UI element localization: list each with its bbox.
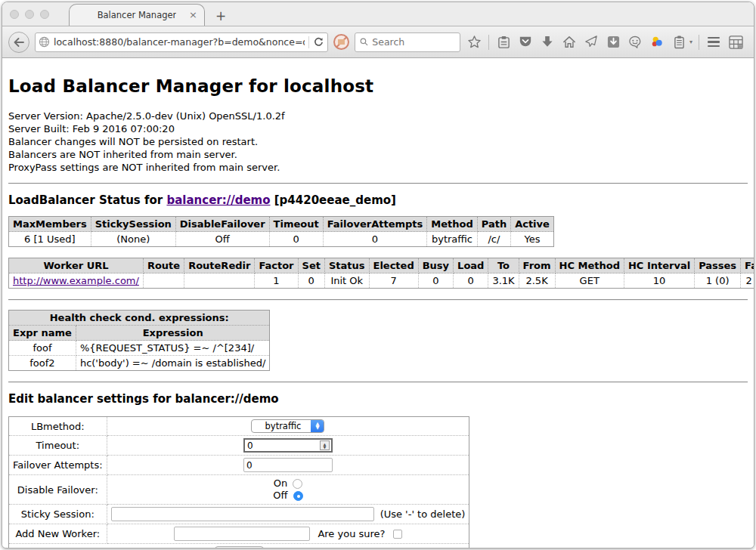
menu-button[interactable] xyxy=(705,34,722,51)
loadbalancer-status-heading: LoadBalancer Status for balancer://demo … xyxy=(8,193,748,207)
sticky-session-label: Sticky Session: xyxy=(9,505,107,524)
search-bar[interactable] xyxy=(355,32,460,52)
browser-window: Balancer Manager × + xyxy=(2,2,754,548)
table-row: 6 [1 Used] (None) Off 0 0 bytraffic /c/ … xyxy=(9,232,554,247)
table-header-row: Expr name Expression xyxy=(9,326,270,341)
sticky-session-input[interactable] xyxy=(111,507,374,521)
home-button[interactable] xyxy=(561,34,578,51)
tab-title: Balancer Manager xyxy=(98,10,177,20)
proxypass-note-line: ProxyPass settings are NOT inherited fro… xyxy=(8,161,748,174)
failover-attempts-label: Failover Attempts: xyxy=(9,456,107,475)
table-header-row: MaxMembers StickySession DisableFailover… xyxy=(9,217,554,232)
col-method: Method xyxy=(427,217,477,232)
col-failoverattempts: FailoverAttempts xyxy=(323,217,427,232)
col-expression: Expression xyxy=(76,326,270,341)
page-content: Load Balancer Manager for localhost Serv… xyxy=(2,58,754,548)
col-worker-url: Worker URL xyxy=(9,258,144,273)
status-heading-prefix: LoadBalancer Status for xyxy=(8,193,166,207)
worker-url-link[interactable]: http://www.example.com/ xyxy=(13,275,139,286)
timeout-label: Timeout: xyxy=(9,436,107,456)
globe-icon xyxy=(39,36,50,48)
add-worker-input[interactable] xyxy=(174,527,310,541)
search-input[interactable] xyxy=(372,36,455,48)
failover-attempts-row: Failover Attempts: xyxy=(9,456,469,475)
col-maxmembers: MaxMembers xyxy=(9,217,91,232)
content-blocked-icon[interactable] xyxy=(333,34,349,50)
sidebar-toggle-button[interactable] xyxy=(727,34,744,51)
pocket-button[interactable] xyxy=(517,34,534,51)
col-active: Active xyxy=(511,217,554,232)
submit-button[interactable]: Submit xyxy=(215,546,264,548)
balancer-status-table: MaxMembers StickySession DisableFailover… xyxy=(8,216,554,247)
tab-close-icon[interactable]: × xyxy=(189,9,197,20)
downloads-button[interactable] xyxy=(539,34,556,51)
window-close-button[interactable] xyxy=(10,10,19,19)
inherit-note-line: Balancers are NOT inherited from main se… xyxy=(8,148,748,161)
number-spinner-icon[interactable]: ▲▼ xyxy=(320,440,330,450)
url-input[interactable] xyxy=(54,36,305,48)
home-icon xyxy=(562,36,576,48)
tab-bar: Balancer Manager × + xyxy=(2,2,754,26)
addon-dropdown-caret[interactable]: ▾ xyxy=(689,39,692,45)
lbmethod-row: LBmethod: bytraffic ▲▼ xyxy=(9,417,469,436)
divider xyxy=(8,299,748,301)
health-expr-row: foof2 hc('body') =~ /domain is establish… xyxy=(9,356,270,371)
worker-status-table: Worker URL Route RouteRedir Factor Set S… xyxy=(8,258,754,289)
persist-note-line: Balancer changes will NOT be persisted o… xyxy=(8,135,748,148)
grid-panel-icon xyxy=(729,36,743,49)
bookmark-star-button[interactable] xyxy=(466,34,482,51)
health-check-table: Health check cond. expressions: Expr nam… xyxy=(8,310,270,371)
back-arrow-icon xyxy=(14,38,24,47)
lbmethod-label: LBmethod: xyxy=(9,417,107,436)
download-square-icon xyxy=(607,36,620,48)
balancer-demo-link[interactable]: balancer://demo xyxy=(166,193,270,207)
bookmarks-menu-button[interactable] xyxy=(495,34,512,51)
select-stepper-icon: ▲▼ xyxy=(311,420,324,432)
edit-balancer-form: LBmethod: bytraffic ▲▼ Timeout: 0 ▲▼ xyxy=(8,416,469,548)
timeout-value: 0 xyxy=(245,440,320,451)
divider xyxy=(8,183,748,184)
worker-row: http://www.example.com/ 1 0 Init Ok 7 0 … xyxy=(9,273,754,289)
toolbar-separator xyxy=(488,35,489,50)
timeout-input[interactable]: 0 ▲▼ xyxy=(243,438,333,453)
window-minimize-button[interactable] xyxy=(25,10,34,19)
url-bar[interactable] xyxy=(35,32,328,52)
server-built-line: Server Built: Feb 9 2016 07:00:20 xyxy=(8,122,748,135)
send-addon-button[interactable] xyxy=(583,34,600,51)
submit-row: Submit xyxy=(9,544,469,548)
search-icon xyxy=(360,37,368,47)
col-stickysession: StickySession xyxy=(91,217,175,232)
lbmethod-selected-value: bytraffic xyxy=(252,420,311,432)
sticky-session-hint: (Use '-' to delete) xyxy=(380,508,466,520)
disable-failover-label: Disable Failover: xyxy=(9,475,107,505)
failover-attempts-input[interactable] xyxy=(243,458,333,472)
window-controls xyxy=(10,10,49,19)
colordots-addon-button[interactable] xyxy=(649,34,665,51)
battery-clipboard-icon xyxy=(674,36,685,49)
table-header-row: Worker URL Route RouteRedir Factor Set S… xyxy=(9,258,754,273)
sticky-session-row: Sticky Session: (Use '-' to delete) xyxy=(9,505,469,524)
are-you-sure-checkbox[interactable] xyxy=(393,530,402,539)
edit-settings-heading: Edit balancer settings for balancer://de… xyxy=(8,392,748,406)
new-tab-button[interactable]: + xyxy=(215,10,226,23)
back-button[interactable] xyxy=(8,32,29,53)
failover-off-radio[interactable] xyxy=(293,491,303,501)
chat-addon-button[interactable] xyxy=(627,34,643,51)
clipboard-icon xyxy=(497,36,510,49)
pocket-icon xyxy=(519,36,532,48)
clipboard-addon-button[interactable] xyxy=(671,34,687,51)
lbmethod-select[interactable]: bytraffic ▲▼ xyxy=(251,419,324,433)
reload-icon[interactable] xyxy=(313,36,324,48)
smiley-bubble-icon xyxy=(628,36,642,48)
health-expr-row: foof %{REQUEST_STATUS} =~ /^[234]/ xyxy=(9,341,270,356)
page-title: Load Balancer Manager for localhost xyxy=(8,76,748,96)
server-version-line: Server Version: Apache/2.5.0-dev (Unix) … xyxy=(8,110,748,122)
video-download-addon-button[interactable] xyxy=(605,34,621,51)
window-zoom-button[interactable] xyxy=(40,10,49,19)
radio-off-label: Off xyxy=(273,490,287,502)
failover-on-radio[interactable] xyxy=(293,479,302,489)
radio-on-label: On xyxy=(274,477,287,490)
timeout-row: Timeout: 0 ▲▼ xyxy=(9,436,469,456)
browser-tab[interactable]: Balancer Manager × xyxy=(69,4,205,26)
divider xyxy=(8,382,748,383)
